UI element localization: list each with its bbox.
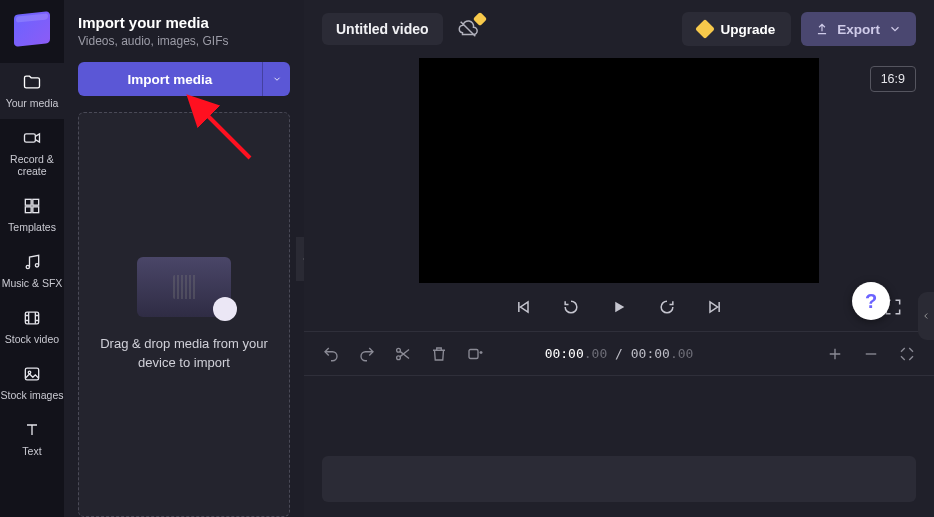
rail-label: Your media <box>0 97 64 109</box>
svg-point-10 <box>397 348 401 352</box>
upgrade-label: Upgrade <box>720 22 775 37</box>
timeline-area[interactable] <box>304 375 934 517</box>
zoom-in-button[interactable] <box>826 345 844 363</box>
import-media-button[interactable]: Import media <box>78 62 262 96</box>
preview-canvas[interactable] <box>419 58 819 283</box>
rail-label: Record & create <box>0 153 64 177</box>
aspect-ratio-button[interactable]: 16:9 <box>870 66 916 92</box>
collapse-right-panel-button[interactable] <box>918 292 934 340</box>
forward-button[interactable] <box>656 296 678 318</box>
rail-label: Stock video <box>0 333 64 345</box>
rail-item-templates[interactable]: Templates <box>0 187 64 243</box>
rail-item-text[interactable]: Text <box>0 411 64 467</box>
fit-timeline-button[interactable] <box>898 345 916 363</box>
text-icon <box>0 419 64 441</box>
upload-icon <box>815 22 829 36</box>
dropzone-text: Drag & drop media from your device to im… <box>97 335 271 373</box>
add-track-button[interactable] <box>466 345 484 363</box>
export-button[interactable]: Export <box>801 12 916 46</box>
app-logo <box>14 11 50 47</box>
play-button[interactable] <box>608 296 630 318</box>
rail-label: Music & SFX <box>0 277 64 289</box>
rail-label: Templates <box>0 221 64 233</box>
chevron-down-icon <box>272 74 282 84</box>
chevron-down-icon <box>888 22 902 36</box>
split-button[interactable] <box>394 345 412 363</box>
question-icon: ? <box>865 290 877 313</box>
redo-button[interactable] <box>358 345 376 363</box>
delete-button[interactable] <box>430 345 448 363</box>
zoom-out-button[interactable] <box>862 345 880 363</box>
svg-rect-1 <box>25 199 31 205</box>
templates-icon <box>0 195 64 217</box>
chevron-left-icon <box>921 311 931 321</box>
svg-rect-0 <box>25 134 36 142</box>
dropzone-thumb-icon <box>137 257 231 317</box>
help-button[interactable]: ? <box>852 282 890 320</box>
skip-back-icon <box>513 297 533 317</box>
svg-point-6 <box>35 264 38 267</box>
forward-icon <box>657 297 677 317</box>
music-icon <box>0 251 64 273</box>
panel-subtitle: Videos, audio, images, GIFs <box>78 34 290 48</box>
rail-item-stock-images[interactable]: Stock images <box>0 355 64 411</box>
left-rail: Your media Record & create Templates Mus… <box>0 0 64 517</box>
fit-icon <box>898 345 916 363</box>
project-title-input[interactable]: Untitled video <box>322 13 443 45</box>
rail-label: Stock images <box>0 389 64 401</box>
panel-title: Import your media <box>78 14 290 31</box>
svg-point-11 <box>397 355 401 359</box>
layers-plus-icon <box>466 345 484 363</box>
skip-forward-icon <box>705 297 725 317</box>
play-icon <box>610 297 628 317</box>
film-icon <box>0 307 64 329</box>
timeline-track[interactable] <box>322 456 916 502</box>
cloud-sync-button[interactable] <box>457 18 479 40</box>
undo-button[interactable] <box>322 345 340 363</box>
rail-item-stock-video[interactable]: Stock video <box>0 299 64 355</box>
export-label: Export <box>837 22 880 37</box>
trash-icon <box>430 345 448 363</box>
rewind-icon <box>561 297 581 317</box>
stage-wrap: 16:9 <box>304 58 934 283</box>
undo-icon <box>322 345 340 363</box>
svg-rect-4 <box>33 207 39 213</box>
skip-start-button[interactable] <box>512 296 534 318</box>
rail-item-your-media[interactable]: Your media <box>0 63 64 119</box>
svg-rect-2 <box>33 199 39 205</box>
plus-icon <box>826 345 844 363</box>
media-dropzone[interactable]: Drag & drop media from your device to im… <box>78 112 290 517</box>
camera-icon <box>0 127 64 149</box>
media-panel: Import your media Videos, audio, images,… <box>64 0 304 517</box>
timeline-toolbar: 00:00.00 / 00:00.00 <box>304 331 934 375</box>
svg-point-5 <box>26 265 29 268</box>
main-area: Untitled video Upgrade Export 16:9 <box>304 0 934 517</box>
upgrade-button[interactable]: Upgrade <box>682 12 791 46</box>
minus-icon <box>862 345 880 363</box>
top-bar: Untitled video Upgrade Export <box>304 0 934 58</box>
image-icon <box>0 363 64 385</box>
import-media-dropdown[interactable] <box>262 62 290 96</box>
player-controls <box>304 283 934 331</box>
svg-rect-7 <box>25 312 38 324</box>
scissors-icon <box>394 345 412 363</box>
skip-end-button[interactable] <box>704 296 726 318</box>
rail-item-music-sfx[interactable]: Music & SFX <box>0 243 64 299</box>
gem-icon <box>696 19 716 39</box>
svg-rect-8 <box>25 368 38 380</box>
timecode-display: 00:00.00 / 00:00.00 <box>545 346 694 361</box>
rail-label: Text <box>0 445 64 457</box>
redo-icon <box>358 345 376 363</box>
svg-rect-12 <box>469 349 478 358</box>
rewind-button[interactable] <box>560 296 582 318</box>
rail-item-record-create[interactable]: Record & create <box>0 119 64 187</box>
svg-rect-3 <box>25 207 31 213</box>
folder-icon <box>0 71 64 93</box>
